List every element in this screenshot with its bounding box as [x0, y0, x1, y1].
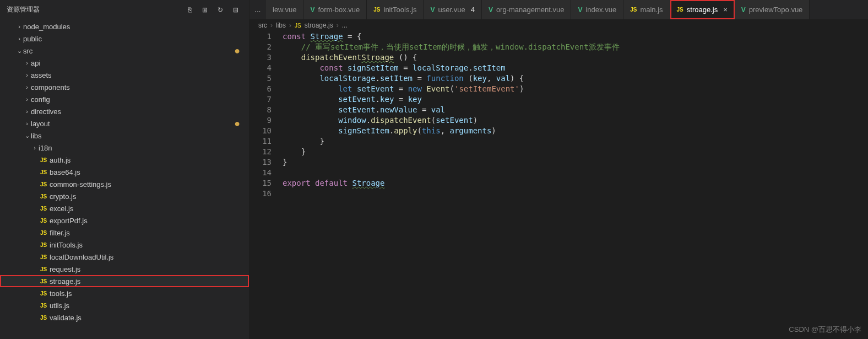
new-file-icon[interactable]: ⎘ [185, 6, 194, 14]
folder-item[interactable]: ›assets [0, 69, 249, 81]
file-item[interactable]: JStools.js [0, 287, 249, 299]
line-number: 4 [249, 63, 272, 73]
breadcrumb[interactable]: src › libs › JS stroage.js › ... [249, 19, 868, 31]
tab-badge: 4 [471, 6, 475, 14]
tree-label: libs [31, 132, 249, 140]
file-item[interactable]: JSfilter.js [0, 227, 249, 239]
new-folder-icon[interactable]: ⊞ [200, 6, 209, 14]
line-number: 11 [249, 136, 272, 147]
js-icon: JS [373, 7, 380, 13]
file-item[interactable]: JSexcel.js [0, 202, 249, 214]
tab-overflow-icon[interactable]: ... [249, 6, 266, 14]
file-item[interactable]: JSrequest.js [0, 263, 249, 275]
vue-icon: V [430, 6, 435, 14]
code-content[interactable]: const Stroage = { // 重写setItem事件，当使用setI… [283, 31, 868, 339]
folder-item[interactable]: ⌄libs [0, 130, 249, 142]
editor-tab[interactable]: JSstroage.js× [670, 0, 735, 19]
folder-item[interactable]: ›directives [0, 105, 249, 117]
js-icon: JS [39, 315, 48, 321]
js-icon: JS [39, 278, 48, 284]
tab-label: user.vue [438, 6, 465, 14]
breadcrumb-part[interactable]: stroage.js [305, 21, 333, 29]
file-item[interactable]: JSstroage.js [0, 275, 249, 287]
tab-label: form-box.vue [318, 6, 360, 14]
folder-item[interactable]: ›node_modules [0, 20, 249, 33]
code-editor[interactable]: 12345678910111213141516 const Stroage = … [249, 31, 868, 339]
js-icon: JS [39, 169, 48, 175]
chevron-icon: › [15, 23, 23, 30]
tree-label: initTools.js [50, 241, 249, 249]
editor-area: ... iew.vueVform-box.vueJSinitTools.jsVu… [249, 0, 868, 339]
line-number: 7 [249, 94, 272, 105]
line-number: 9 [249, 115, 272, 126]
tree-label: public [23, 35, 249, 43]
folder-item[interactable]: ›public [0, 33, 249, 45]
line-number: 15 [249, 178, 272, 189]
file-item[interactable]: JSvalidate.js [0, 311, 249, 324]
file-item[interactable]: JSlocalDownloadUtil.js [0, 251, 249, 263]
line-number: 10 [249, 126, 272, 136]
chevron-icon: › [15, 35, 23, 42]
tab-label: initTools.js [384, 6, 417, 14]
js-icon: JS [295, 23, 301, 29]
editor-tab[interactable]: VpreviewTopo.vue [735, 0, 810, 19]
editor-tab[interactable]: Vuser.vue4 [424, 0, 481, 19]
line-numbers: 12345678910111213141516 [249, 31, 283, 339]
js-icon: JS [39, 181, 48, 187]
tree-label: layout [31, 120, 234, 128]
file-item[interactable]: JScommon-settings.js [0, 178, 249, 190]
close-icon[interactable]: × [723, 6, 728, 14]
tab-label: org-management.vue [496, 6, 565, 14]
folder-item[interactable]: ›components [0, 81, 249, 93]
tree-label: stroage.js [50, 277, 249, 286]
file-item[interactable]: JSauth.js [0, 154, 249, 166]
tab-bar[interactable]: ... iew.vueVform-box.vueJSinitTools.jsVu… [249, 0, 868, 19]
editor-tab[interactable]: Vorg-management.vue [482, 0, 572, 19]
js-icon: JS [39, 230, 48, 236]
js-icon: JS [39, 218, 48, 224]
refresh-icon[interactable]: ↻ [216, 6, 225, 14]
tree-label: components [31, 83, 249, 92]
explorer-header: 资源管理器 ⎘ ⊞ ↻ ⊟ [0, 0, 249, 19]
tree-label: crypto.js [50, 192, 249, 201]
breadcrumb-part[interactable]: ... [342, 21, 348, 29]
file-item[interactable]: JSinitTools.js [0, 239, 249, 251]
breadcrumb-part[interactable]: libs [276, 21, 286, 29]
line-number: 8 [249, 105, 272, 115]
chevron-icon: › [31, 144, 39, 151]
tree-label: config [31, 95, 249, 104]
collapse-icon[interactable]: ⊟ [231, 6, 240, 14]
js-icon: JS [39, 254, 48, 260]
tree-label: auth.js [50, 156, 249, 164]
file-item[interactable]: JSbase64.js [0, 166, 249, 178]
js-icon: JS [39, 206, 48, 212]
line-number: 6 [249, 84, 272, 94]
tab-label: previewTopo.vue [749, 6, 803, 14]
editor-tab[interactable]: Vindex.vue [571, 0, 623, 19]
file-tree[interactable]: ›node_modules›public⌄src●›api›assets›com… [0, 19, 249, 339]
folder-item[interactable]: ›config [0, 93, 249, 105]
vue-icon: V [310, 6, 314, 14]
folder-item[interactable]: ›layout● [0, 117, 249, 130]
tree-label: src [23, 47, 234, 55]
file-item[interactable]: JSexportPdf.js [0, 214, 249, 227]
chevron-icon: › [23, 60, 31, 66]
folder-item[interactable]: ⌄src● [0, 45, 249, 57]
breadcrumb-sep-icon: › [270, 21, 273, 29]
editor-tab[interactable]: JSmain.js [623, 0, 670, 19]
folder-item[interactable]: ›i18n [0, 142, 249, 154]
file-item[interactable]: JSutils.js [0, 299, 249, 311]
editor-tab[interactable]: iew.vue [266, 0, 303, 19]
js-icon: JS [39, 266, 48, 272]
editor-tab[interactable]: JSinitTools.js [367, 0, 424, 19]
tree-label: excel.js [50, 205, 249, 213]
editor-tab[interactable]: Vform-box.vue [303, 0, 367, 19]
tree-label: utils.js [50, 302, 249, 310]
tree-label: api [31, 59, 249, 67]
chevron-icon: › [23, 120, 31, 127]
breadcrumb-part[interactable]: src [258, 21, 267, 29]
file-item[interactable]: JScrypto.js [0, 190, 249, 202]
js-icon: JS [39, 290, 48, 297]
folder-item[interactable]: ›api [0, 57, 249, 69]
breadcrumb-sep-icon: › [289, 21, 291, 29]
